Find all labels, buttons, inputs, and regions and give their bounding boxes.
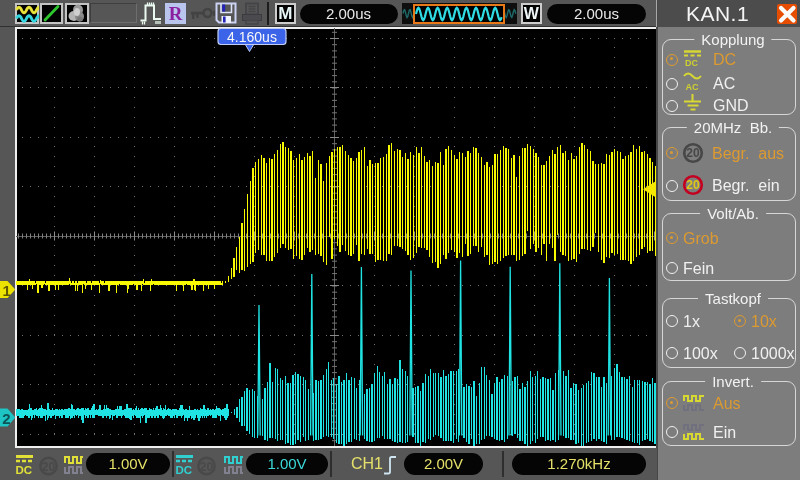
svg-text:20: 20: [42, 460, 56, 474]
svg-text:4.160us: 4.160us: [227, 29, 277, 45]
svg-text:1: 1: [3, 282, 11, 299]
svg-text:DC: DC: [16, 464, 33, 476]
svg-text:DC: DC: [176, 464, 193, 476]
svg-text:2: 2: [2, 410, 10, 427]
svg-text:20: 20: [200, 460, 214, 474]
